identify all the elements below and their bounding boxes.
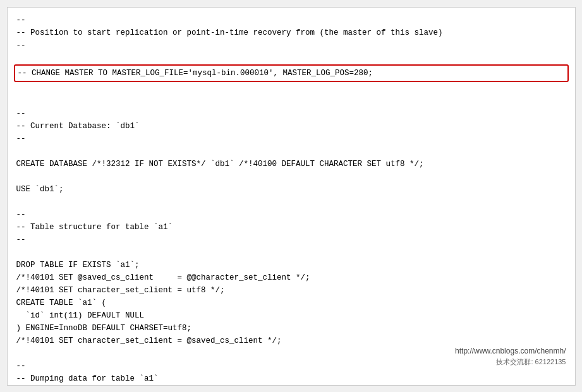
code-block: -- -- Position to start replication or p… [16, 14, 566, 386]
code-container: -- -- Position to start replication or p… [7, 7, 576, 386]
watermark-url: http://www.cnblogs.com/chenmh/ [455, 345, 566, 357]
highlighted-code-line: -- CHANGE MASTER TO MASTER_LOG_FILE='mys… [14, 64, 569, 82]
watermark: http://www.cnblogs.com/chenmh/ 技术交流群: 62… [455, 345, 566, 367]
watermark-id: 技术交流群: 62122135 [455, 357, 566, 367]
